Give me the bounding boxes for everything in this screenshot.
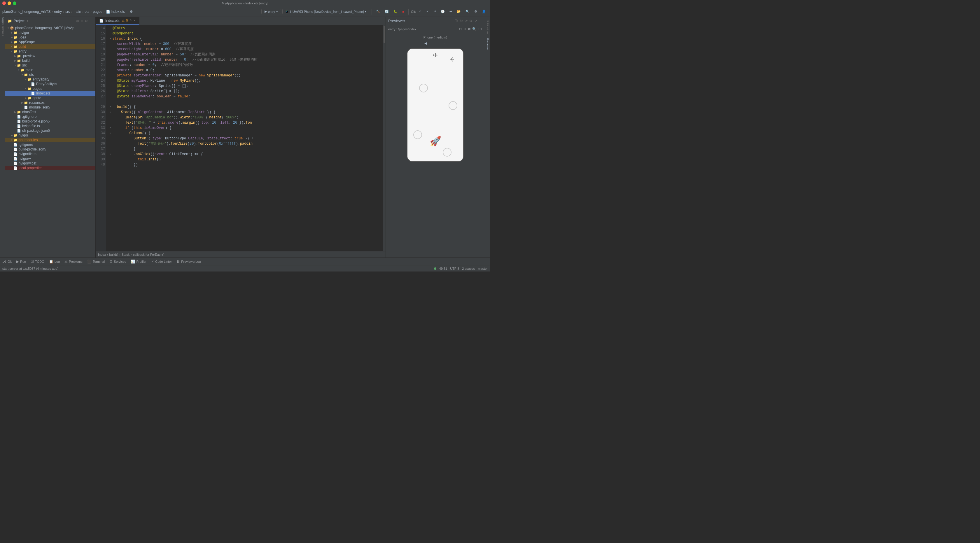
breadcrumb-ets[interactable]: ets	[84, 10, 89, 14]
tree-item-build-root[interactable]: ▾ 📁 build	[5, 44, 95, 49]
tree-item-preview[interactable]: ▶ 📁 .preview	[5, 54, 95, 58]
previewer-expand-icon[interactable]: ↗	[474, 19, 477, 23]
tree-item-hvigorfile-entry[interactable]: ▶ 📄 hvigorfile.ts	[5, 124, 95, 128]
project-dropdown[interactable]: ▾	[27, 19, 28, 22]
tree-item-local-properties[interactable]: ▶ 📄 local.properties	[5, 166, 95, 170]
tree-item-hvigorw-bat[interactable]: ▶ 📄 hvigorw.bat	[5, 161, 95, 166]
build-button[interactable]: 🔨	[374, 9, 382, 14]
code-linter-bottom-btn[interactable]: ✓ Code Linter	[151, 260, 172, 264]
tree-item-hvigorfile-root[interactable]: ▶ 📄 hvigorfile.ts	[5, 152, 95, 156]
locate-icon[interactable]: ⊕	[76, 19, 79, 23]
tab-close-button[interactable]: ✕	[133, 19, 135, 22]
status-branch[interactable]: master	[478, 267, 488, 270]
tree-item-build-profile-root[interactable]: ▶ 📄 build-profile.json5	[5, 147, 95, 152]
tree-item-pages[interactable]: ▾ 📁 pages	[5, 86, 95, 91]
fold-30[interactable]: ▾	[108, 110, 113, 115]
breadcrumb-entry[interactable]: entry	[54, 10, 62, 14]
breadcrumb-main[interactable]: main	[73, 10, 81, 14]
breadcrumb-project[interactable]: planeGame_hongmeng_ArkTS	[2, 10, 51, 14]
breadcrumb-src[interactable]: src	[65, 10, 70, 14]
previewer-settings-icon[interactable]: ⚙	[469, 19, 473, 23]
git-patch-button[interactable]: 📂	[455, 9, 463, 14]
tree-item-hvigorw[interactable]: ▶ 📄 hvigorw	[5, 156, 95, 161]
preview-search-icon[interactable]: 🔍	[472, 27, 476, 31]
services-bottom-btn[interactable]: ⚙ Services	[110, 260, 126, 264]
tree-item-module-json[interactable]: ▶ 📄 module.json5	[5, 105, 95, 110]
git-undo-button[interactable]: ↩	[448, 9, 454, 14]
tree-item-idea[interactable]: ▶ 📁 .idea	[5, 35, 95, 40]
previewer-tab-right[interactable]: Previewer	[485, 37, 490, 52]
log-bottom-btn[interactable]: 📋 Log	[49, 260, 60, 264]
problems-bottom-btn[interactable]: ⚠ Problems	[64, 260, 82, 264]
collapse-icon[interactable]: ≡	[81, 19, 83, 23]
tree-item-index-ets[interactable]: ▶ 📄 Index.ets	[5, 91, 95, 96]
tree-item-oh-modules[interactable]: ▾ 📁 oh_modules	[5, 138, 95, 142]
tree-item-build-profile-entry[interactable]: ▶ 📄 build-profile.json5	[5, 119, 95, 124]
tree-item-src[interactable]: ▾ 📁 src	[5, 63, 95, 68]
breadcrumb-build[interactable]: build()	[110, 253, 118, 256]
stop-button[interactable]: ■	[401, 10, 406, 14]
rotate-control-btn[interactable]: ☐	[432, 41, 438, 46]
settings-button[interactable]: ⚙	[473, 9, 479, 14]
tree-item-resources[interactable]: ▶ 📁 resources	[5, 100, 95, 105]
settings-icon-toolbar[interactable]: ⚙	[130, 10, 133, 14]
git-history-button[interactable]: 🕐	[439, 9, 447, 14]
profiler-bottom-btn[interactable]: 📊 Profiler	[130, 260, 146, 264]
tree-item-entryability[interactable]: ▾ 📁 entryability	[5, 77, 95, 82]
todo-bottom-btn[interactable]: ☑ TODO	[30, 260, 45, 264]
tree-item-gitignore-entry[interactable]: ▶ 📄 .gitignore	[5, 114, 95, 119]
preview-grid-icon[interactable]: ⊞	[463, 27, 466, 31]
previewer-close-icon[interactable]: —	[479, 19, 482, 23]
terminal-bottom-btn[interactable]: ⬛ Terminal	[87, 260, 105, 264]
fold-16[interactable]: ▾	[108, 36, 113, 41]
prev-control-btn[interactable]: ◀	[423, 41, 428, 46]
tree-item-sprite[interactable]: ▶ 📁 sprite	[5, 96, 95, 100]
editor-scrollbar[interactable]	[383, 25, 386, 251]
tree-item-entry[interactable]: ▾ 📁 entry	[5, 49, 95, 54]
fold-29[interactable]: ▾	[108, 105, 113, 110]
previewer-log-bottom-btn[interactable]: 🖥 PreviewerLog	[177, 260, 200, 264]
run-bottom-btn[interactable]: ▶ Run	[16, 260, 26, 264]
maximize-button[interactable]	[13, 2, 16, 5]
tree-item-build-entry[interactable]: ▶ 📁 build	[5, 58, 95, 63]
more-control-btn[interactable]: ···	[442, 41, 448, 46]
tt-icon[interactable]: Tt	[455, 19, 458, 23]
close-button[interactable]	[2, 2, 6, 5]
tree-item-ohostest[interactable]: ▶ 📁 ohosTest	[5, 110, 95, 114]
tree-item-hvigor-root[interactable]: ▶ 📁 hvigor	[5, 133, 95, 138]
structure-tab[interactable]: Structure	[0, 29, 5, 33]
tree-item-hvigor[interactable]: ▶ 📁 .hvigor	[5, 30, 95, 35]
window-controls[interactable]	[2, 2, 16, 5]
breadcrumb-file[interactable]: Index.ets	[111, 10, 125, 14]
git-push-button[interactable]: ↗	[432, 9, 438, 14]
sync-button[interactable]: 🔄	[383, 9, 391, 14]
editor-scrollbar-thumb[interactable]	[383, 25, 385, 43]
tree-item-gitignore-root[interactable]: ▶ 📄 .gitignore	[5, 142, 95, 147]
status-encoding[interactable]: UTF-8	[450, 267, 459, 270]
breadcrumb-pages[interactable]: pages	[93, 10, 102, 14]
tree-item-appscope[interactable]: ▶ 📁 AppScope	[5, 40, 95, 44]
panel-close-icon[interactable]: —	[89, 19, 93, 23]
preview-mode-icon[interactable]: ◻	[459, 27, 462, 31]
tab-index-ets[interactable]: 📄 Index.ets ⚠ 5 ^ ✕	[95, 17, 139, 25]
panel-settings-icon[interactable]: ⚙	[84, 19, 88, 23]
status-indent[interactable]: 2 spaces	[462, 267, 475, 270]
fold-38[interactable]: ▾	[108, 152, 113, 157]
tabs-menu-icon[interactable]: ⋯	[380, 19, 383, 23]
git-check-button[interactable]: ✓	[417, 9, 423, 14]
preview-sync-icon[interactable]: ⇄	[468, 27, 471, 31]
debug-button[interactable]: 🐛	[392, 9, 399, 14]
device-select-button[interactable]: 📱 HUAWEI Phone [NewDevice_from_Huawei_Ph…	[282, 9, 369, 14]
code-content[interactable]: @Entry @Component ▾ struct Index { scree…	[106, 25, 383, 251]
tree-item-oh-package-entry[interactable]: ▶ 📄 oh-package.json5	[5, 128, 95, 133]
fold-34[interactable]: ▾	[108, 131, 113, 136]
breadcrumb-foreach[interactable]: callback for ForEach()	[133, 253, 164, 256]
tree-item-entryability-ts[interactable]: ▶ 📄 EntryAbility.ts	[5, 82, 95, 86]
search-button[interactable]: 🔍	[464, 9, 471, 14]
breadcrumb-index[interactable]: Index	[98, 253, 106, 256]
fold-33[interactable]: ▾	[108, 125, 113, 131]
tree-item-ets[interactable]: ▾ 📁 ets	[5, 72, 95, 77]
account-button[interactable]: 👤	[480, 9, 488, 14]
tree-root[interactable]: ▾ 📦 planeGame_hongmeng_ArkTS [MyAp	[5, 25, 95, 30]
notifications-tab[interactable]: Notifications	[485, 18, 490, 36]
